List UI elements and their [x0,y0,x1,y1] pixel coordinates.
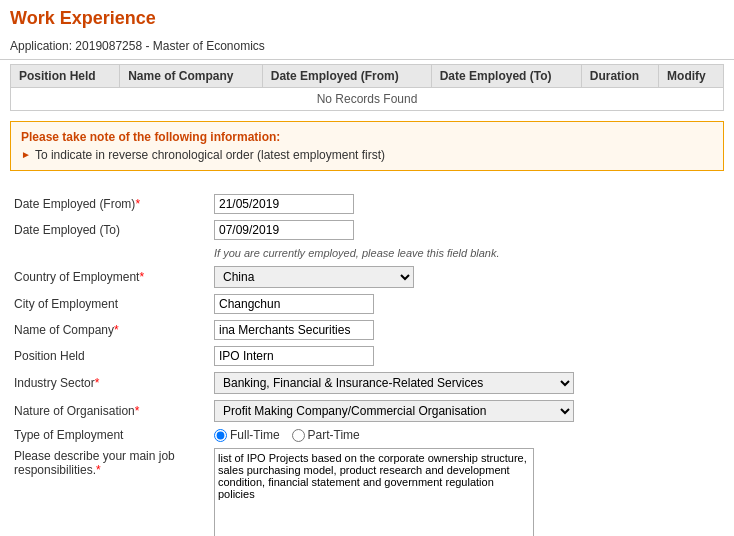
input-company[interactable] [214,320,374,340]
label-industry: Industry Sector* [10,369,210,397]
col-duration: Duration [581,65,658,88]
page-title: Work Experience [0,0,734,35]
arrow-icon: ► [21,149,31,160]
label-company: Name of Company* [10,317,210,343]
date-hint-text: If you are currently employed, please le… [214,247,500,259]
col-name-company: Name of Company [120,65,263,88]
col-date-from: Date Employed (From) [262,65,431,88]
label-nature: Nature of Organisation* [10,397,210,425]
col-position-held: Position Held [11,65,120,88]
notice-item: ► To indicate in reverse chronological o… [21,148,713,162]
row-date-hint: If you are currently employed, please le… [10,243,724,263]
label-responsibilities: Please describe your main job responsibi… [10,445,210,536]
select-nature[interactable]: Profit Making Company/Commercial Organis… [214,400,574,422]
col-date-to: Date Employed (To) [431,65,581,88]
textarea-responsibilities[interactable]: list of IPO Projects based on the corpor… [214,448,534,536]
row-employment-type: Type of Employment Full-Time Part-Time [10,425,724,445]
label-city: City of Employment [10,291,210,317]
label-employment-type: Type of Employment [10,425,210,445]
no-records-cell: No Records Found [11,88,724,111]
input-date-to[interactable] [214,220,354,240]
label-date-from: Date Employed (From)* [10,191,210,217]
radio-parttime[interactable] [292,429,305,442]
form-container: Date Employed (From)* Date Employed (To)… [0,191,734,536]
label-date-to: Date Employed (To) [10,217,210,243]
radio-parttime-label[interactable]: Part-Time [292,428,360,442]
required-note [0,177,734,191]
row-nature: Nature of Organisation* Profit Making Co… [10,397,724,425]
label-country: Country of Employment* [10,263,210,291]
row-position: Position Held [10,343,724,369]
form-table: Date Employed (From)* Date Employed (To)… [10,191,724,536]
row-responsibilities: Please describe your main job responsibi… [10,445,724,536]
col-modify: Modify [659,65,724,88]
input-date-from[interactable] [214,194,354,214]
row-city: City of Employment [10,291,724,317]
select-industry[interactable]: Banking, Financial & Insurance-Related S… [214,372,574,394]
work-experience-table: Position Held Name of Company Date Emplo… [10,64,724,111]
label-position: Position Held [10,343,210,369]
input-city[interactable] [214,294,374,314]
row-industry: Industry Sector* Banking, Financial & In… [10,369,724,397]
notice-box: Please take note of the following inform… [10,121,724,171]
radio-fulltime[interactable] [214,429,227,442]
radio-fulltime-label[interactable]: Full-Time [214,428,280,442]
select-country[interactable]: China [214,266,414,288]
textarea-wrapper: list of IPO Projects based on the corpor… [214,448,720,536]
input-position[interactable] [214,346,374,366]
row-date-from: Date Employed (From)* [10,191,724,217]
radio-group-employment: Full-Time Part-Time [214,428,720,442]
notice-title: Please take note of the following inform… [21,130,713,144]
application-info: Application: 2019087258 - Master of Econ… [0,35,734,60]
row-date-to: Date Employed (To) [10,217,724,243]
row-country: Country of Employment* China [10,263,724,291]
row-company: Name of Company* [10,317,724,343]
